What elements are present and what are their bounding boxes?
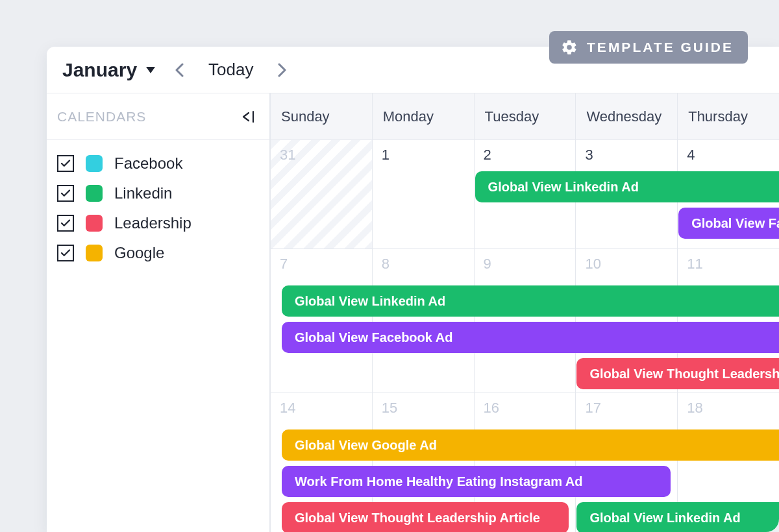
month-label: January — [62, 59, 137, 81]
calendar-color-swatch — [86, 185, 103, 202]
day-header: Tuesday — [474, 93, 576, 139]
day-number: 4 — [687, 147, 770, 163]
day-cell[interactable]: 8 — [372, 249, 474, 393]
calendar-label: Linkedin — [114, 184, 172, 202]
template-guide-label: TEMPLATE GUIDE — [587, 40, 734, 55]
grid-header-row: SundayMondayTuesdayWednesdayThursday — [270, 93, 779, 140]
calendar-event[interactable]: Global View Linkedin Ad — [282, 285, 779, 317]
calendar-item: Linkedin — [57, 184, 259, 202]
day-header: Monday — [372, 93, 474, 139]
calendar-label: Leadership — [114, 214, 192, 232]
day-cell[interactable]: 31 — [270, 140, 372, 248]
calendar-event[interactable]: Global View Thought Leadership Article — [576, 358, 779, 389]
calendar-grid: SundayMondayTuesdayWednesdayThursday 311… — [270, 93, 779, 532]
week-row: 311234Global View Linkedin AdGlobal View… — [270, 140, 779, 249]
today-button[interactable]: Today — [203, 60, 258, 80]
calendar-item: Google — [57, 244, 259, 262]
calendar-event[interactable]: Global View Thought Leadership Article — [282, 502, 569, 532]
calendar-color-swatch — [86, 215, 103, 232]
calendar-panel: January Today CALENDARS — [47, 47, 779, 532]
day-header: Wednesday — [575, 93, 677, 139]
event-label: Global View Google Ad — [295, 438, 437, 453]
calendar-color-swatch — [86, 245, 103, 261]
prev-button[interactable] — [168, 59, 190, 81]
day-number: 15 — [382, 400, 465, 417]
template-guide-button[interactable]: TEMPLATE GUIDE — [549, 31, 748, 64]
day-number: 11 — [687, 256, 770, 272]
day-number: 7 — [280, 256, 363, 272]
sidebar-title: CALENDARS — [57, 109, 146, 125]
next-button[interactable] — [271, 59, 293, 81]
day-cell[interactable]: 1 — [372, 140, 474, 248]
day-number: 16 — [484, 400, 567, 417]
day-number: 17 — [585, 400, 668, 417]
day-number: 31 — [280, 147, 363, 163]
day-number: 18 — [687, 400, 770, 417]
day-header: Thursday — [677, 93, 779, 139]
calendar-checkbox[interactable] — [57, 215, 74, 232]
sidebar-header: CALENDARS — [47, 93, 269, 140]
day-number: 9 — [484, 256, 567, 272]
calendar-event[interactable]: Global View Google Ad — [282, 429, 779, 461]
week-row: 7891011Global View Linkedin AdGlobal Vie… — [270, 249, 779, 393]
day-number: 2 — [484, 147, 567, 163]
event-label: Work From Home Healthy Eating Instagram … — [295, 474, 582, 489]
event-label: Global View Thought Leadership Article — [295, 511, 540, 526]
calendar-checkbox[interactable] — [57, 185, 74, 202]
month-select[interactable]: January — [62, 59, 155, 81]
calendar-item: Leadership — [57, 214, 259, 232]
week-row: 1415161718Global View Google AdWork From… — [270, 393, 779, 532]
collapse-sidebar-button[interactable] — [240, 110, 256, 123]
event-label: Global View Linkedin Ad — [589, 511, 740, 526]
day-cell[interactable]: 9 — [474, 249, 576, 393]
calendar-label: Google — [114, 244, 164, 262]
day-header: Sunday — [270, 93, 372, 139]
day-number: 1 — [382, 147, 465, 163]
day-number: 10 — [585, 256, 668, 272]
calendar-item: Facebook — [57, 154, 259, 173]
calendar-event[interactable]: Work From Home Healthy Eating Instagram … — [282, 466, 671, 497]
day-number: 3 — [585, 147, 668, 163]
calendar-color-swatch — [86, 155, 103, 172]
chevron-down-icon — [146, 67, 155, 73]
calendar-event[interactable]: Global View Facebook Ad — [282, 322, 779, 353]
day-number: 8 — [382, 256, 465, 272]
event-label: Global View Facebook Ad — [691, 216, 779, 231]
gear-icon — [561, 39, 578, 56]
calendar-list: Facebook Linkedin Leadership Google — [47, 140, 269, 276]
sidebar: CALENDARS Facebook Linkedin — [47, 93, 270, 532]
calendar-checkbox[interactable] — [57, 155, 74, 172]
event-label: Global View Thought Leadership Article — [589, 367, 779, 381]
event-label: Global View Linkedin Ad — [295, 294, 445, 309]
calendar-event[interactable]: Global View Facebook Ad — [678, 208, 779, 239]
event-label: Global View Facebook Ad — [295, 330, 452, 345]
day-number: 14 — [280, 400, 363, 417]
calendar-event[interactable]: Global View Linkedin Ad — [576, 502, 779, 532]
calendar-label: Facebook — [114, 154, 182, 173]
day-cell[interactable]: 7 — [270, 249, 372, 393]
calendar-event[interactable]: Global View Linkedin Ad — [475, 171, 779, 202]
event-label: Global View Linkedin Ad — [488, 180, 639, 195]
calendar-checkbox[interactable] — [57, 245, 74, 261]
